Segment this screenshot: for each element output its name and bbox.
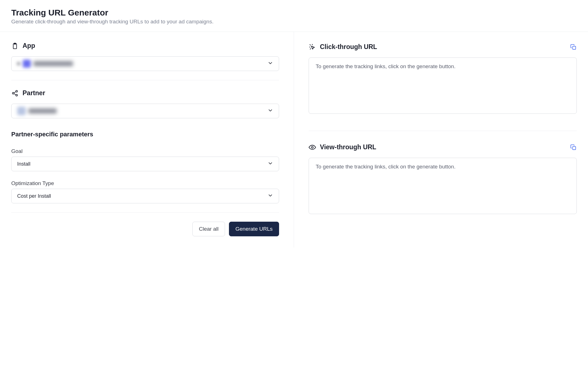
click-through-header: Click-through URL	[309, 43, 577, 51]
divider	[11, 212, 279, 213]
view-through-header: View-through URL	[309, 143, 577, 151]
click-through-title: Click-through URL	[320, 43, 377, 51]
app-select[interactable]	[11, 56, 279, 71]
divider	[309, 131, 577, 131]
partner-select-value	[17, 107, 268, 115]
svg-rect-11	[573, 46, 576, 49]
params-title: Partner-specific parameters	[11, 131, 279, 138]
click-through-section: Click-through URL To generate the tracki…	[309, 43, 577, 114]
goal-select[interactable]: Install	[11, 157, 279, 171]
svg-line-7	[310, 45, 310, 45]
optimization-value: Cost per Install	[17, 193, 268, 199]
svg-line-6	[14, 94, 16, 95]
view-through-title: View-through URL	[320, 143, 376, 151]
copy-view-url-button[interactable]	[570, 144, 577, 151]
page-subtitle: Generate click-through and view-through …	[11, 19, 577, 25]
copy-click-url-button[interactable]	[570, 44, 577, 50]
eye-icon	[309, 144, 316, 151]
svg-line-10	[310, 48, 311, 49]
page-header: Tracking URL Generator Generate click-th…	[0, 0, 588, 32]
app-section-header: App	[11, 42, 279, 50]
form-panel: App Partner	[0, 32, 294, 248]
output-panel: Click-through URL To generate the tracki…	[294, 32, 588, 248]
click-through-placeholder: To generate the tracking links, click on…	[316, 63, 455, 69]
goal-value: Install	[17, 161, 268, 167]
chevron-down-icon	[268, 193, 273, 200]
chevron-down-icon	[268, 60, 273, 67]
app-select-value	[17, 60, 268, 68]
chevron-down-icon	[268, 161, 273, 168]
optimization-field: Optimization Type Cost per Install	[11, 180, 279, 203]
params-section: Partner-specific parameters Goal Install…	[11, 131, 279, 203]
partner-section-header: Partner	[11, 89, 279, 97]
clear-all-button[interactable]: Clear all	[192, 222, 225, 236]
chevron-down-icon	[268, 108, 273, 115]
button-row: Clear all Generate URLs	[11, 222, 279, 236]
optimization-label: Optimization Type	[11, 180, 279, 186]
partner-label: Partner	[23, 89, 45, 97]
partner-select[interactable]	[11, 104, 279, 118]
app-label: App	[23, 42, 35, 50]
optimization-select[interactable]: Cost per Install	[11, 189, 279, 203]
goal-label: Goal	[11, 148, 279, 154]
click-through-output[interactable]: To generate the tracking links, click on…	[309, 57, 577, 114]
view-through-placeholder: To generate the tracking links, click on…	[316, 164, 455, 170]
divider	[11, 80, 279, 80]
view-through-section: View-through URL To generate the trackin…	[309, 143, 577, 214]
cursor-click-icon	[309, 43, 316, 51]
share-icon	[11, 90, 19, 97]
view-through-output[interactable]: To generate the tracking links, click on…	[309, 158, 577, 214]
svg-point-12	[311, 146, 313, 148]
goal-field: Goal Install	[11, 148, 279, 171]
page-title: Tracking URL Generator	[11, 8, 577, 17]
content-area: App Partner	[0, 32, 588, 248]
clipboard-icon	[11, 42, 19, 50]
svg-line-5	[14, 92, 16, 93]
generate-urls-button[interactable]: Generate URLs	[229, 222, 279, 236]
svg-rect-13	[573, 146, 576, 150]
